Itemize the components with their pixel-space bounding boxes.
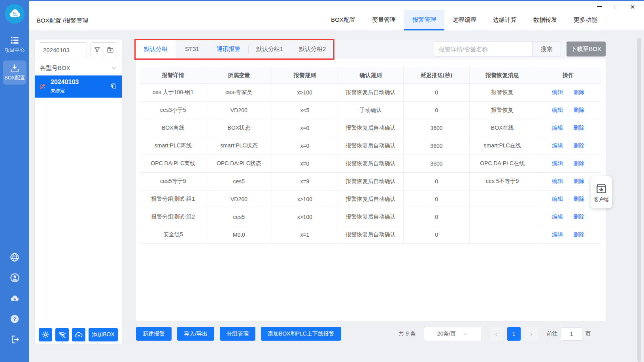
top-nav: BOX配置变量管理报警管理远程编程边缘计算数据转发更多功能 [323,10,606,30]
nav-tab-6[interactable]: 更多功能 [565,10,606,30]
sidebar-bottom-icons: ? [0,252,29,345]
footer-action-button-1[interactable]: 导入/导出 [177,327,214,341]
group-tab-2[interactable]: 通讯报警 [209,40,248,58]
device-group-dropdown[interactable]: 各型号BOX [35,61,122,75]
edit-link[interactable]: 编辑 [552,213,563,220]
download-to-box-button[interactable]: 下载至BOX [567,41,606,57]
table-cell: ces-专家类 [206,84,272,102]
search-button[interactable]: 搜索 [533,41,561,57]
delete-link[interactable]: 删除 [573,107,584,113]
prev-page-button[interactable]: ‹ [490,327,503,341]
edit-link[interactable]: 编辑 [552,160,563,166]
table-cell: 报警恢复后自动确认 [338,155,404,173]
sidebar-item-box-config[interactable]: BOX配置 [3,60,26,85]
actions-cell: 编辑删除 [535,119,601,137]
edit-link[interactable]: 编辑 [552,196,563,202]
edit-link[interactable]: 编辑 [552,89,563,95]
delete-link[interactable]: 删除 [573,196,584,202]
group-tab-1[interactable]: ST31 [176,40,209,58]
edit-link[interactable]: 编辑 [552,178,563,184]
sidebar-item-label: 项目中心 [5,47,25,54]
column-header: 确认规则 [338,67,404,84]
nav-tab-1[interactable]: 变量管理 [364,10,404,30]
footer-action-button-2[interactable]: 分组管理 [220,327,255,341]
client-widget-label: 客户端 [594,196,609,203]
app-logo[interactable]: Box Config [5,4,25,24]
table-cell: 报警恢复后自动确认 [338,119,404,137]
edit-link[interactable]: 编辑 [552,142,563,149]
svg-text:?: ? [13,316,16,322]
delete-link[interactable]: 删除 [573,231,584,238]
edit-link[interactable]: 编辑 [552,107,563,113]
table-cell: smart:PLC离线 [140,137,206,155]
minimize-button[interactable] [594,3,604,11]
device-search-input[interactable] [39,42,87,57]
sidebar: Box Config 项目中心 BOX配置 [0,0,29,362]
maximize-button[interactable] [611,3,621,11]
page-size-select[interactable]: 20条/页 [424,327,482,341]
goto-page-input[interactable] [561,327,582,341]
logout-icon[interactable] [9,334,20,345]
close-button[interactable]: ✕ [627,3,638,11]
nav-tab-2[interactable]: 报警管理 [404,10,444,30]
help-icon[interactable]: ? [9,313,20,324]
table-cell: 报警恢复后自动确认 [338,190,404,208]
column-header: 报警恢复消息 [469,67,535,84]
scrollbar[interactable] [637,38,641,362]
group-tab-3[interactable]: 默认分组1 [248,40,291,58]
table-cell: 3600 [404,137,470,155]
actions-cell: 编辑删除 [535,102,601,119]
device-list-item-selected[interactable]: 20240103 未绑定 [35,75,122,98]
table-cell: 报警分组测试-组1 [140,190,206,208]
add-group-button[interactable] [104,43,117,57]
device-panel-footer: 添加BOX [35,325,122,344]
device-name: 20240103 [51,79,79,86]
footer-action-button-0[interactable]: 新建报警 [136,327,172,341]
footer-action-button-3[interactable]: 添加BOX和PLC上下线报警 [261,327,341,341]
filter-button[interactable] [91,43,104,57]
next-page-button[interactable]: › [525,327,538,341]
nav-tab-5[interactable]: 数据转发 [525,10,565,30]
delete-link[interactable]: 删除 [573,89,584,95]
nav-tab-4[interactable]: 边缘计算 [485,10,525,30]
alarm-search-input[interactable] [434,41,533,57]
cloud-upload-icon[interactable] [9,293,20,304]
column-header: 报警详情 [140,67,206,84]
sidebar-item-project-center[interactable]: 项目中心 [0,36,29,54]
table-row: ces3小于5VD200x<5手动确认0报警恢复编辑删除 [140,102,601,119]
copy-icon[interactable] [110,83,117,89]
table-cell: 报警恢复 [469,84,535,102]
table-cell: ces5 [206,173,272,190]
wifi-off-button[interactable] [55,328,69,341]
add-box-button[interactable]: 添加BOX [89,328,118,341]
window-top-border [0,0,644,1]
group-tab-4[interactable]: 默认分组2 [291,40,334,58]
current-page[interactable]: 1 [507,327,521,341]
group-tab-0[interactable]: 默认分组 [136,40,176,58]
table-cell: ces3小于5 [140,102,206,119]
globe-icon[interactable] [9,252,20,262]
delete-link[interactable]: 删除 [573,178,584,184]
nav-tab-0[interactable]: BOX配置 [323,10,364,30]
edit-link[interactable]: 编辑 [552,124,563,131]
edit-link[interactable]: 编辑 [552,231,563,238]
table-cell: smart:PLC在线 [469,137,535,155]
alarm-table: 报警详情所属变量报警规则确认规则延迟推送(秒)报警恢复消息操作 ces 大于10… [140,67,601,244]
breadcrumb: BOX配置 /报警管理 [37,17,88,25]
cloud-sync-button[interactable] [72,328,85,341]
delete-link[interactable]: 删除 [573,160,584,166]
footer-actions: 新建报警导入/导出分组管理添加BOX和PLC上下线报警 [136,327,341,341]
table-cell: BOX状态 [206,119,272,137]
nav-tab-3[interactable]: 远程编程 [444,10,485,30]
client-download-widget[interactable]: 客户端 [591,176,612,208]
svg-text:Config: Config [12,15,18,17]
user-icon[interactable] [9,272,20,283]
delete-link[interactable]: 删除 [573,124,584,131]
delete-link[interactable]: 删除 [573,213,584,220]
header: BOX配置 /报警管理 BOX配置变量管理报警管理远程编程边缘计算数据转发更多功… [29,1,644,30]
delete-link[interactable]: 删除 [573,142,584,149]
settings-button[interactable] [39,328,52,341]
table-row: smart:PLC离线smart:PLC状态x=0报警恢复后自动确认3600sm… [140,137,601,155]
column-header: 延迟推送(秒) [404,67,470,84]
actions-cell: 编辑删除 [535,155,601,173]
